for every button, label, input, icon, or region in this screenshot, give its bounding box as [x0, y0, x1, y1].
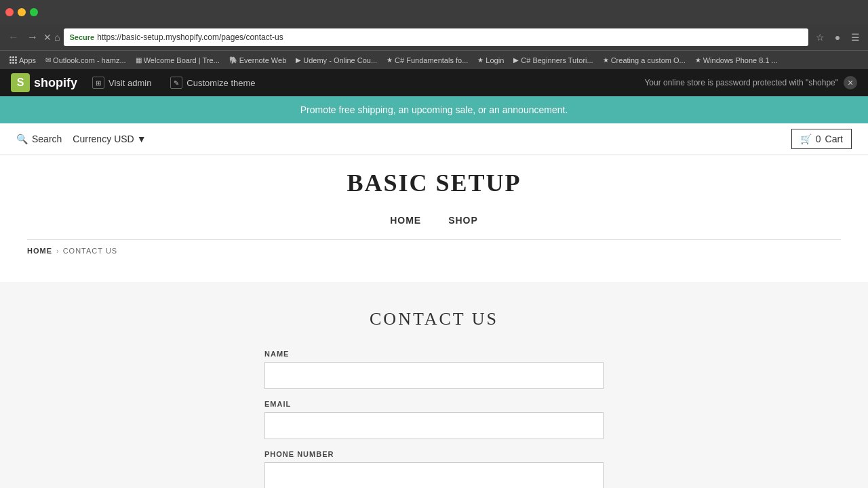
email-label: EMAIL: [264, 400, 604, 408]
udemy-icon: ▶: [296, 56, 301, 64]
bookmark-custom[interactable]: ★ Creating a custom O...: [599, 55, 690, 66]
visit-admin-button[interactable]: ⊞ Visit admin: [88, 74, 155, 92]
store-nav: HOME SHOP: [0, 208, 868, 232]
name-input[interactable]: [264, 362, 604, 389]
search-label: Search: [32, 134, 62, 144]
customize-theme-label: Customize theme: [186, 78, 255, 88]
shopify-admin-bar: S shopify ⊞ Visit admin ✎ Customize them…: [0, 69, 868, 96]
breadcrumb: HOME › CONTACT US: [0, 240, 868, 262]
csharp-icon: ★: [387, 56, 393, 64]
customize-theme-button[interactable]: ✎ Customize theme: [166, 74, 259, 92]
home-button[interactable]: ⌂: [54, 32, 60, 43]
bookmark-login-label: Login: [486, 56, 504, 64]
cart-label: Cart: [825, 134, 843, 144]
bookmark-star-icon[interactable]: ☆: [812, 30, 827, 45]
custom-icon: ★: [603, 56, 609, 64]
store-brand-nav: BASIC SETUP HOME SHOP: [0, 155, 868, 239]
header-left: 🔍 Search Currency USD ▼: [16, 134, 146, 144]
bookmarks-bar: Apps ✉ Outlook.com - hamz... ▦ Welcome B…: [0, 50, 868, 69]
contact-page-title: CONTACT US: [264, 309, 604, 329]
bookmark-udemy[interactable]: ▶ Udemy - Online Cou...: [292, 55, 381, 66]
search-button[interactable]: 🔍 Search: [16, 134, 62, 144]
browser-titlebar: [0, 0, 868, 24]
form-group-name: NAME: [264, 350, 604, 389]
bookmark-winphone-label: Windows Phone 8.1 ...: [703, 56, 778, 64]
currency-value: USD: [114, 134, 134, 144]
evernote-icon: 🐘: [229, 56, 237, 64]
announcement-text: Promote free shipping, an upcoming sale,…: [300, 104, 568, 115]
visit-admin-label: Visit admin: [108, 78, 151, 88]
outlook-icon: ✉: [45, 56, 51, 64]
password-notice: Your online store is password protected …: [644, 78, 838, 87]
nav-shop[interactable]: SHOP: [448, 215, 478, 226]
bookmark-csharp-beginners-label: C# Beginners Tutori...: [521, 56, 593, 64]
bookmark-trello-label: Welcome Board | Tre...: [144, 56, 220, 64]
cart-icon: 🛒: [800, 134, 812, 144]
forward-button[interactable]: →: [24, 30, 41, 45]
form-group-phone: PHONE NUMBER: [264, 450, 604, 488]
bookmark-custom-label: Creating a custom O...: [611, 56, 686, 64]
reload-button[interactable]: ✕: [43, 32, 52, 43]
extensions-icon[interactable]: ●: [830, 30, 845, 45]
store-title: BASIC SETUP: [0, 169, 868, 197]
shopify-logo-icon: S: [11, 73, 30, 92]
phone-input[interactable]: [264, 462, 604, 488]
maximize-window-button[interactable]: [30, 8, 38, 16]
secure-badge: Secure: [69, 33, 94, 41]
bookmark-apps[interactable]: Apps: [5, 55, 40, 66]
apps-grid-icon: [9, 56, 17, 64]
name-label: NAME: [264, 350, 604, 358]
bookmark-evernote-label: Evernote Web: [239, 56, 287, 64]
search-icon: 🔍: [16, 134, 28, 144]
bookmark-udemy-label: Udemy - Online Cou...: [303, 56, 377, 64]
url-text: https://basic-setup.myshopify.com/pages/…: [97, 33, 283, 42]
breadcrumb-home-link[interactable]: HOME: [27, 247, 52, 255]
back-button[interactable]: ←: [5, 30, 22, 45]
bookmark-outlook[interactable]: ✉ Outlook.com - hamz...: [41, 55, 130, 66]
store-header: 🔍 Search Currency USD ▼ 🛒 0 Cart: [0, 123, 868, 155]
admin-grid-icon: ⊞: [92, 77, 104, 89]
bookmark-csharp-label: C# Fundamentals fo...: [395, 56, 468, 64]
youtube-icon: ▶: [513, 56, 519, 64]
browser-nav-icons: ☆ ● ☰: [812, 30, 863, 45]
shopify-logo-text: shopify: [34, 76, 77, 90]
contact-section: CONTACT US NAME EMAIL PHONE NUMBER: [264, 296, 604, 488]
email-input[interactable]: [264, 412, 604, 439]
browser-navbar: ← → ✕ ⌂ Secure https://basic-setup.mysho…: [0, 24, 868, 50]
phone-label: PHONE NUMBER: [264, 450, 604, 458]
menu-icon[interactable]: ☰: [848, 30, 863, 45]
breadcrumb-current: CONTACT US: [63, 247, 118, 255]
login-icon: ★: [477, 56, 484, 64]
form-group-email: EMAIL: [264, 400, 604, 439]
shopify-logo: S shopify: [11, 73, 77, 92]
page-viewport: S shopify ⊞ Visit admin ✎ Customize them…: [0, 69, 868, 488]
address-bar[interactable]: Secure https://basic-setup.myshopify.com…: [64, 28, 808, 46]
breadcrumb-separator: ›: [56, 247, 59, 255]
close-window-button[interactable]: [5, 8, 14, 16]
bookmark-csharp-beginners[interactable]: ▶ C# Beginners Tutori...: [509, 55, 597, 66]
browser-chrome: ← → ✕ ⌂ Secure https://basic-setup.mysho…: [0, 0, 868, 488]
trello-icon: ▦: [136, 56, 142, 64]
bookmark-login[interactable]: ★ Login: [473, 55, 508, 66]
announcement-bar: Promote free shipping, an upcoming sale,…: [0, 96, 868, 123]
bookmark-trello[interactable]: ▦ Welcome Board | Tre...: [132, 55, 224, 66]
bookmark-winphone[interactable]: ★ Windows Phone 8.1 ...: [691, 55, 782, 66]
winphone-icon: ★: [695, 56, 701, 64]
cart-count: 0: [816, 134, 821, 144]
bookmark-csharp[interactable]: ★ C# Fundamentals fo...: [382, 55, 472, 66]
bookmark-outlook-label: Outlook.com - hamz...: [53, 56, 126, 64]
nav-home[interactable]: HOME: [390, 215, 421, 226]
admin-bar-right: Your online store is password protected …: [644, 76, 857, 89]
bookmark-apps-label: Apps: [19, 56, 36, 64]
currency-selector[interactable]: Currency USD ▼: [73, 134, 146, 144]
nav-arrows: ← → ✕ ⌂: [5, 30, 60, 45]
bookmark-evernote[interactable]: 🐘 Evernote Web: [225, 55, 291, 66]
currency-chevron-icon: ▼: [137, 134, 146, 144]
cart-button[interactable]: 🛒 0 Cart: [791, 129, 852, 149]
admin-close-button[interactable]: ×: [844, 76, 857, 89]
customize-icon: ✎: [170, 77, 182, 89]
page-content: CONTACT US NAME EMAIL PHONE NUMBER: [0, 282, 868, 488]
minimize-window-button[interactable]: [18, 8, 26, 16]
currency-label: Currency: [73, 134, 111, 144]
